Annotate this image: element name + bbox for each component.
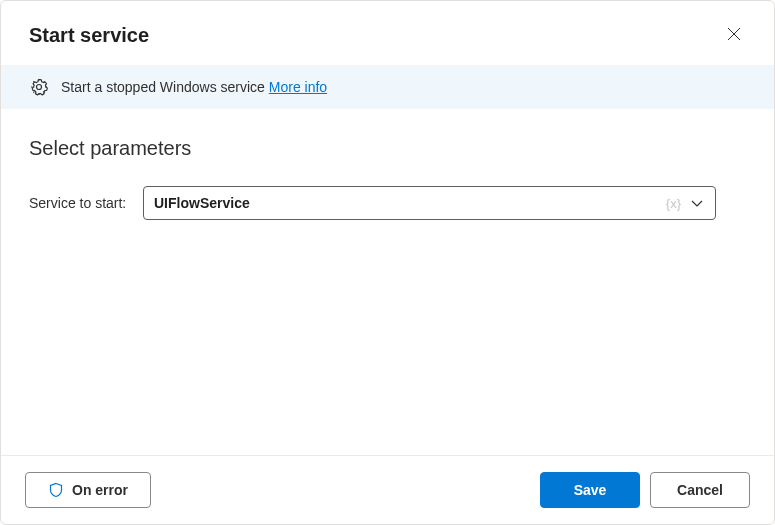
chevron-down-icon <box>689 195 705 211</box>
banner-text: Start a stopped Windows service More inf… <box>61 79 327 95</box>
gear-icon <box>29 77 49 97</box>
dialog-header: Start service <box>1 1 774 65</box>
shield-icon <box>48 482 64 498</box>
cancel-label: Cancel <box>677 482 723 498</box>
param-label-service: Service to start: <box>29 195 133 211</box>
section-title: Select parameters <box>29 137 746 160</box>
combo-selected-value: UIFlowService <box>154 195 666 211</box>
cancel-button[interactable]: Cancel <box>650 472 750 508</box>
info-banner: Start a stopped Windows service More inf… <box>1 65 774 109</box>
param-row-service: Service to start: UIFlowService {x} <box>29 186 746 220</box>
on-error-label: On error <box>72 482 128 498</box>
close-icon <box>727 27 741 44</box>
save-button[interactable]: Save <box>540 472 640 508</box>
on-error-button[interactable]: On error <box>25 472 151 508</box>
close-button[interactable] <box>718 19 750 51</box>
param-info-button[interactable] <box>726 193 746 213</box>
variable-hint: {x} <box>666 196 681 211</box>
save-label: Save <box>574 482 607 498</box>
svg-point-2 <box>37 85 42 90</box>
combo-wrapper: UIFlowService {x} <box>143 186 746 220</box>
service-combobox[interactable]: UIFlowService {x} <box>143 186 716 220</box>
banner-description: Start a stopped Windows service <box>61 79 265 95</box>
dialog-footer: On error Save Cancel <box>1 455 774 524</box>
dialog-content: Select parameters Service to start: UIFl… <box>1 109 774 455</box>
dialog-title: Start service <box>29 24 149 47</box>
dialog-start-service: Start service Start a stopped Windows se… <box>0 0 775 525</box>
footer-actions: Save Cancel <box>540 472 750 508</box>
more-info-link[interactable]: More info <box>269 79 327 95</box>
